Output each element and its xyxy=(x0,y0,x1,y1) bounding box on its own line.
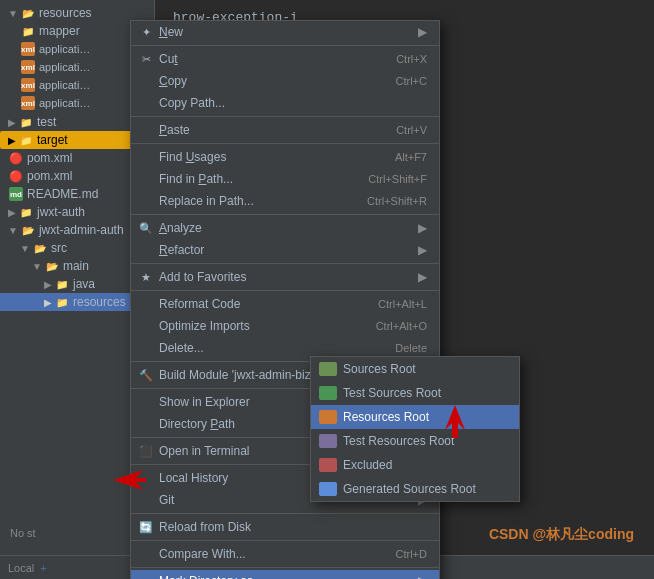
menu-item-findinpath[interactable]: Find in Path... Ctrl+Shift+F xyxy=(131,168,439,190)
folder-java-icon: 📁 xyxy=(54,276,70,292)
generated-sources-icon xyxy=(319,482,337,496)
sep3 xyxy=(131,143,439,144)
xml-icon2: xml xyxy=(20,59,36,75)
sep5 xyxy=(131,263,439,264)
menu-item-compare[interactable]: Compare With... Ctrl+D xyxy=(131,543,439,565)
folder-main-icon: 📂 xyxy=(44,258,60,274)
submenu-item-generated[interactable]: Generated Sources Root xyxy=(311,477,519,501)
menu-item-refactor[interactable]: Refactor ▶ xyxy=(131,239,439,261)
submenu-item-resources[interactable]: Resources Root xyxy=(311,405,519,429)
md-icon: md xyxy=(8,186,24,202)
favorites-icon: ★ xyxy=(137,271,155,284)
menu-item-replaceinpath[interactable]: Replace in Path... Ctrl+Shift+R xyxy=(131,190,439,212)
xml-icon4: xml xyxy=(20,95,36,111)
folder-resources-icon: 📁 xyxy=(54,294,70,310)
sep4 xyxy=(131,214,439,215)
folder-jwxt-icon: 📁 xyxy=(18,204,34,220)
menu-item-optimize[interactable]: Optimize Imports Ctrl+Alt+O xyxy=(131,315,439,337)
sep13 xyxy=(131,567,439,568)
reload-icon: 🔄 xyxy=(137,521,155,534)
sep6 xyxy=(131,290,439,291)
menu-item-markdiras[interactable]: Mark Directory as ▶ xyxy=(131,570,439,579)
watermark: CSDN @林凡尘coding xyxy=(489,526,634,544)
folder-open-jwxt-icon: 📂 xyxy=(20,222,36,238)
submenu-arrow-analyze: ▶ xyxy=(418,221,427,235)
folder-src-icon: 📂 xyxy=(32,240,48,256)
analyze-icon: 🔍 xyxy=(137,222,155,235)
menu-item-paste[interactable]: Paste Ctrl+V xyxy=(131,119,439,141)
sep1 xyxy=(131,45,439,46)
sep12 xyxy=(131,540,439,541)
no-status-text: No st xyxy=(10,527,36,539)
build-icon: 🔨 xyxy=(137,369,155,382)
submenu-arrow-markdir: ▶ xyxy=(418,574,427,579)
terminal-icon: ⬛ xyxy=(137,445,155,458)
xml-icon: xml xyxy=(20,41,36,57)
maven-icon1: 🔴 xyxy=(8,150,24,166)
excluded-icon xyxy=(319,458,337,472)
folder-icon: 📁 xyxy=(20,23,36,39)
cut-icon: ✂ xyxy=(137,53,155,66)
folder-test-icon: 📁 xyxy=(18,114,34,130)
submenu-item-sources[interactable]: Sources Root xyxy=(311,357,519,381)
folder-open-icon: 📂 xyxy=(20,5,36,21)
maven-icon2: 🔴 xyxy=(8,168,24,184)
menu-item-analyze[interactable]: 🔍 Analyze ▶ xyxy=(131,217,439,239)
sep11 xyxy=(131,513,439,514)
folder-target-icon: 📁 xyxy=(18,132,34,148)
submenu-item-testsources[interactable]: Test Sources Root xyxy=(311,381,519,405)
xml-icon3: xml xyxy=(20,77,36,93)
sources-root-icon xyxy=(319,362,337,376)
submenu-markdiras: Sources Root Test Sources Root Resources… xyxy=(310,356,520,502)
menu-item-reload[interactable]: 🔄 Reload from Disk xyxy=(131,516,439,538)
menu-item-new[interactable]: ✦ New ▶ xyxy=(131,21,439,43)
add-button[interactable]: + xyxy=(40,562,46,574)
submenu-item-testresources[interactable]: Test Resources Root xyxy=(311,429,519,453)
submenu-arrow-fav: ▶ xyxy=(418,270,427,284)
submenu-arrow-new: ▶ xyxy=(418,25,427,39)
menu-item-reformat[interactable]: Reformat Code Ctrl+Alt+L xyxy=(131,293,439,315)
menu-item-copypath[interactable]: Copy Path... xyxy=(131,92,439,114)
menu-item-findusages[interactable]: Find Usages Alt+F7 xyxy=(131,146,439,168)
local-label: Local xyxy=(8,562,34,574)
new-icon: ✦ xyxy=(137,26,155,39)
menu-item-copy[interactable]: Copy Ctrl+C xyxy=(131,70,439,92)
resources-root-icon xyxy=(319,410,337,424)
submenu-item-excluded[interactable]: Excluded xyxy=(311,453,519,477)
test-resources-root-icon xyxy=(319,434,337,448)
test-sources-root-icon xyxy=(319,386,337,400)
menu-item-addtofavorites[interactable]: ★ Add to Favorites ▶ xyxy=(131,266,439,288)
sep2 xyxy=(131,116,439,117)
submenu-arrow-refactor: ▶ xyxy=(418,243,427,257)
menu-item-cut[interactable]: ✂ Cut Ctrl+X xyxy=(131,48,439,70)
